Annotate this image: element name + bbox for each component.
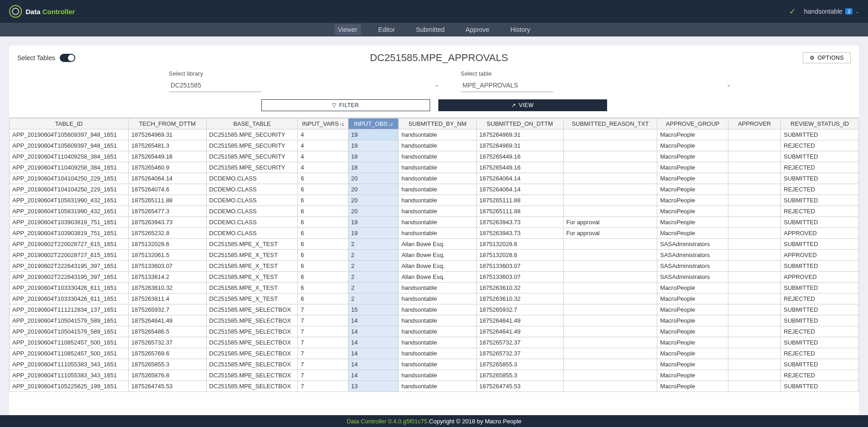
cell[interactable]: 13 bbox=[348, 381, 398, 392]
filter-button[interactable]: ▽ FILTER bbox=[261, 99, 430, 111]
table-row[interactable]: APP_20190604T110409258_384_1651187526546… bbox=[10, 162, 859, 173]
cell[interactable]: 6 bbox=[298, 293, 348, 304]
cell[interactable]: 2 bbox=[348, 293, 398, 304]
cell[interactable]: 1875133603.07 bbox=[476, 272, 563, 283]
cell[interactable]: DC251585.MPE_SELECTBOX bbox=[206, 348, 298, 359]
cell[interactable]: 7 bbox=[298, 304, 348, 315]
cell[interactable]: handsontable bbox=[399, 304, 477, 315]
table-row[interactable]: APP_20190604T103903819_751_1651187526394… bbox=[10, 217, 859, 228]
cell[interactable] bbox=[728, 140, 780, 151]
cell[interactable]: 1875132028.6 bbox=[476, 239, 563, 250]
cell[interactable]: APP_20190602T222643195_397_1651 bbox=[10, 272, 129, 283]
cell[interactable]: 14 bbox=[348, 326, 398, 337]
table-row[interactable]: APP_20190604T105609397_948_1651187526496… bbox=[10, 129, 859, 140]
cell[interactable]: SUBMITTED bbox=[781, 304, 859, 315]
table-row[interactable]: APP_20190602T222643195_397_1651187513360… bbox=[10, 261, 859, 272]
cell[interactable]: DC251585.MPE_X_TEST bbox=[206, 293, 298, 304]
table-row[interactable]: APP_20190604T104104250_229_1651187526406… bbox=[10, 173, 859, 184]
cell[interactable]: APPROVED bbox=[781, 250, 859, 261]
cell[interactable]: 1875265449.16 bbox=[128, 151, 206, 162]
view-button[interactable]: ↗ VIEW bbox=[438, 99, 607, 111]
cell[interactable]: APPROVED bbox=[781, 272, 859, 283]
cell[interactable]: DC251585.MPE_SELECTBOX bbox=[206, 326, 298, 337]
cell[interactable]: SASAdministrators bbox=[657, 261, 728, 272]
cell[interactable]: 1875263943.73 bbox=[476, 217, 563, 228]
cell[interactable] bbox=[728, 195, 780, 206]
cell[interactable]: DCDEMO.CLASS bbox=[206, 228, 298, 239]
cell[interactable]: APP_20190604T110409258_384_1651 bbox=[10, 162, 129, 173]
cell[interactable]: 4 bbox=[298, 162, 348, 173]
table-row[interactable]: APP_20190604T103330426_611_1651187526361… bbox=[10, 283, 859, 293]
cell[interactable]: MacroPeople bbox=[657, 140, 728, 151]
cell[interactable]: DC251585.MPE_SELECTBOX bbox=[206, 304, 298, 315]
cell[interactable]: SUBMITTED bbox=[781, 151, 859, 162]
cell[interactable] bbox=[563, 162, 657, 173]
cell[interactable]: MacroPeople bbox=[657, 304, 728, 315]
cell[interactable]: DC251585.MPE_SECURITY bbox=[206, 140, 298, 151]
cell[interactable]: APP_20190604T105041579_589_1651 bbox=[10, 315, 129, 326]
cell[interactable]: REJECTED bbox=[781, 184, 859, 195]
cell[interactable]: handsontable bbox=[399, 315, 477, 326]
cell[interactable]: 1875265449.16 bbox=[476, 151, 563, 162]
cell[interactable]: 1875265111.88 bbox=[476, 206, 563, 217]
cell[interactable]: MacroPeople bbox=[657, 370, 728, 381]
cell[interactable]: 1875263811.4 bbox=[128, 293, 206, 304]
cell[interactable] bbox=[728, 348, 780, 359]
cell[interactable] bbox=[563, 173, 657, 184]
cell[interactable]: handsontable bbox=[399, 195, 477, 206]
cell[interactable]: 6 bbox=[298, 250, 348, 261]
cell[interactable]: 14 bbox=[348, 315, 398, 326]
cell[interactable]: 6 bbox=[298, 272, 348, 283]
cell[interactable] bbox=[563, 184, 657, 195]
table-row[interactable]: APP_20190604T111212834_137_1651187526593… bbox=[10, 304, 859, 315]
cell[interactable]: SUBMITTED bbox=[781, 381, 859, 392]
cell[interactable]: 4 bbox=[298, 129, 348, 140]
cell[interactable]: 1875265855.3 bbox=[476, 370, 563, 381]
cell[interactable]: 14 bbox=[348, 370, 398, 381]
cell[interactable]: 1875264064.14 bbox=[476, 173, 563, 184]
cell[interactable]: handsontable bbox=[399, 293, 477, 304]
cell[interactable]: APP_20190604T103330426_611_1651 bbox=[10, 283, 129, 293]
cell[interactable]: 7 bbox=[298, 326, 348, 337]
cell[interactable]: 6 bbox=[298, 228, 348, 239]
cell[interactable]: DC251585.MPE_SELECTBOX bbox=[206, 315, 298, 326]
cell[interactable] bbox=[563, 261, 657, 272]
cell[interactable]: handsontable bbox=[399, 206, 477, 217]
cell[interactable] bbox=[563, 359, 657, 370]
table-row[interactable]: APP_20190604T105831990_432_1651187526547… bbox=[10, 206, 859, 217]
cell[interactable]: 1875264641.49 bbox=[476, 315, 563, 326]
cell[interactable]: DC251585.MPE_X_TEST bbox=[206, 272, 298, 283]
cell[interactable]: 1875132028.6 bbox=[128, 239, 206, 250]
cell[interactable]: handsontable bbox=[399, 359, 477, 370]
cell[interactable]: 1875265111.88 bbox=[128, 195, 206, 206]
cell[interactable]: 6 bbox=[298, 283, 348, 293]
cell[interactable] bbox=[728, 184, 780, 195]
cell[interactable]: MacroPeople bbox=[657, 326, 728, 337]
cell[interactable]: 20 bbox=[348, 173, 398, 184]
cell[interactable] bbox=[563, 326, 657, 337]
cell[interactable]: 2 bbox=[348, 239, 398, 250]
table-row[interactable]: APP_20190604T105041579_589_1651187526464… bbox=[10, 315, 859, 326]
cell[interactable]: 7 bbox=[298, 348, 348, 359]
cell[interactable]: 14 bbox=[348, 348, 398, 359]
cell[interactable]: 18 bbox=[348, 162, 398, 173]
cell[interactable]: 19 bbox=[348, 217, 398, 228]
col-tech_from_dttm[interactable]: TECH_FROM_DTTM bbox=[128, 118, 206, 129]
cell[interactable]: 1875264064.14 bbox=[128, 173, 206, 184]
cell[interactable]: handsontable bbox=[399, 381, 477, 392]
cell[interactable]: APP_20190604T105041579_589_1651 bbox=[10, 326, 129, 337]
cell[interactable]: SUBMITTED bbox=[781, 283, 859, 293]
cell[interactable]: APP_20190604T103330426_611_1651 bbox=[10, 293, 129, 304]
cell[interactable]: 6 bbox=[298, 239, 348, 250]
cell[interactable]: 1875263610.32 bbox=[128, 283, 206, 293]
cell[interactable]: 1875265855.3 bbox=[128, 359, 206, 370]
cell[interactable]: 1875265732.37 bbox=[476, 337, 563, 348]
cell[interactable]: MacroPeople bbox=[657, 151, 728, 162]
col-input_obs[interactable]: INPUT_OBS↓2 bbox=[348, 118, 398, 129]
cell[interactable]: MacroPeople bbox=[657, 315, 728, 326]
cell[interactable]: 7 bbox=[298, 315, 348, 326]
cell[interactable]: APP_20190604T105609397_948_1651 bbox=[10, 129, 129, 140]
col-review_status_id[interactable]: REVIEW_STATUS_ID bbox=[781, 118, 859, 129]
cell[interactable]: APP_20190602T220028727_615_1651 bbox=[10, 250, 129, 261]
cell[interactable]: 7 bbox=[298, 337, 348, 348]
